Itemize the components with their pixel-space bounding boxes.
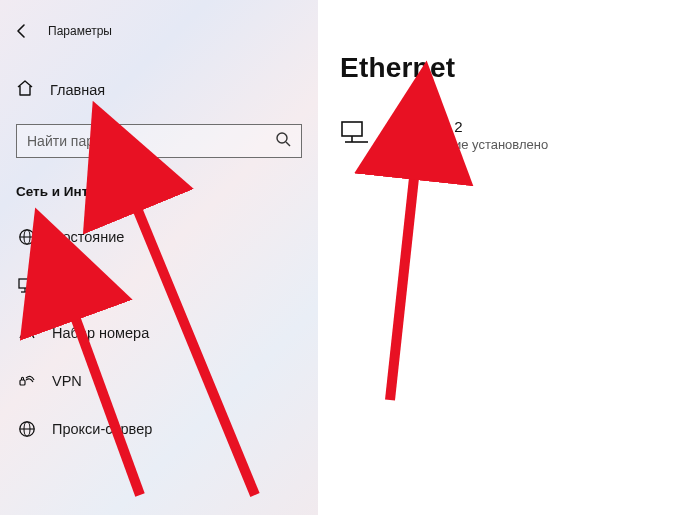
back-icon[interactable] [14, 23, 30, 39]
sidebar-item-label: Состояние [52, 229, 124, 245]
dialup-icon [18, 326, 36, 340]
search-box[interactable] [16, 124, 302, 158]
section-header: Сеть и Интернет [0, 158, 318, 203]
connection-monitor-icon [340, 120, 370, 150]
connection-name: PGPlm69 2 [386, 118, 548, 135]
sidebar-item-dialup[interactable]: Набор номера [0, 309, 318, 357]
svg-point-9 [26, 334, 28, 336]
sidebar-item-vpn[interactable]: VPN [0, 357, 318, 405]
search-input[interactable] [27, 133, 275, 149]
sidebar-item-label: Ethernet [52, 277, 107, 293]
svg-point-0 [277, 133, 287, 143]
vpn-icon [18, 374, 36, 388]
connection-text: PGPlm69 2 Подключение установлено [386, 118, 548, 152]
svg-line-1 [286, 142, 290, 146]
sidebar-item-proxy[interactable]: Прокси-сервер [0, 405, 318, 453]
main-panel: Ethernet PGPlm69 2 Подключение установле… [318, 0, 674, 515]
sidebar-item-label: VPN [52, 373, 82, 389]
sidebar-item-home[interactable]: Главная [0, 72, 318, 108]
svg-point-10 [29, 335, 31, 337]
svg-rect-5 [19, 279, 31, 288]
search-icon [275, 131, 291, 151]
sidebar-item-status[interactable]: Состояние [0, 213, 318, 261]
window-title: Параметры [48, 24, 112, 38]
search-container [16, 124, 302, 158]
proxy-icon [18, 420, 36, 438]
sidebar-item-ethernet[interactable]: Ethernet [0, 261, 318, 309]
globe-icon [18, 228, 36, 246]
settings-sidebar: Параметры Главная Сеть и Интернет Состоя… [0, 0, 318, 515]
titlebar: Параметры [0, 14, 318, 48]
nav-list: Состояние Ethernet Набор номера VPN Прок… [0, 213, 318, 453]
ethernet-connection-item[interactable]: PGPlm69 2 Подключение установлено [340, 118, 674, 152]
sidebar-item-label: Набор номера [52, 325, 149, 341]
svg-rect-11 [20, 380, 25, 385]
home-icon [16, 79, 34, 101]
svg-point-8 [23, 335, 25, 337]
svg-rect-15 [342, 122, 362, 136]
sidebar-item-label: Прокси-сервер [52, 421, 152, 437]
ethernet-icon [18, 276, 36, 294]
connection-status: Подключение установлено [386, 137, 548, 152]
page-title: Ethernet [340, 52, 674, 84]
sidebar-item-label: Главная [50, 82, 105, 98]
